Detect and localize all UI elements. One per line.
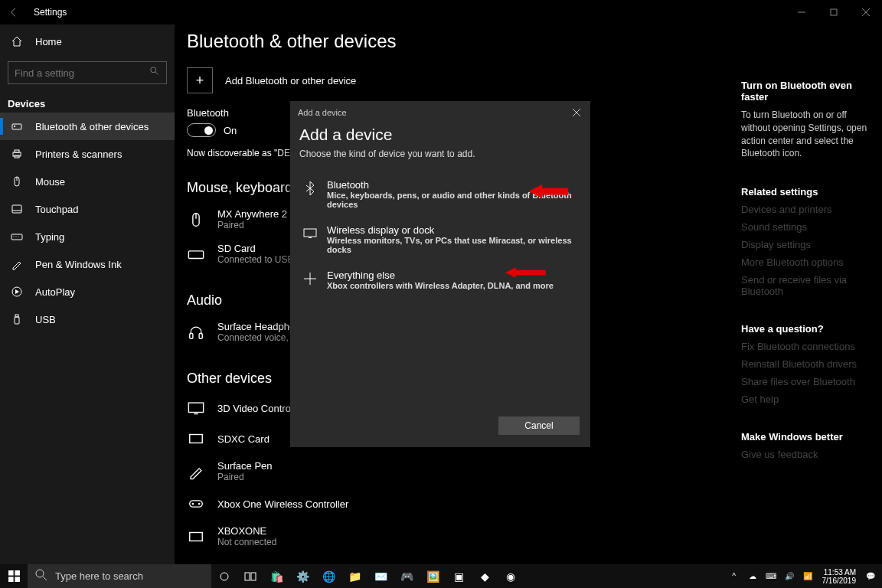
touchpad-icon (11, 203, 23, 215)
svg-marker-41 (505, 267, 546, 278)
taskbar-search[interactable]: Type here to search (28, 564, 211, 588)
svg-point-16 (14, 237, 15, 237)
search-input[interactable] (15, 67, 149, 79)
taskbar-search-placeholder: Type here to search (55, 570, 143, 582)
svg-rect-6 (12, 124, 21, 129)
headphones-icon (187, 323, 205, 341)
cortana-icon[interactable] (237, 564, 263, 588)
titlebar: Settings (0, 0, 882, 24)
annotation-arrow-1 (528, 182, 570, 201)
store-icon[interactable]: 🛍️ (263, 564, 289, 588)
sidebar-item-usb[interactable]: USB (0, 305, 175, 333)
tip-text: To turn Bluetooth on or off without open… (741, 109, 871, 160)
svg-rect-21 (15, 317, 19, 324)
mail-icon[interactable]: ✉️ (368, 564, 394, 588)
link-devices-printers[interactable]: Devices and printers (741, 204, 871, 215)
svg-point-48 (220, 573, 228, 580)
back-button[interactable] (0, 0, 28, 24)
device-generic-icon (187, 528, 205, 546)
tray-volume-icon[interactable]: 🔊 (782, 570, 796, 583)
taskbar-time: 11:53 AM (824, 568, 856, 577)
tray-chevron-icon[interactable]: ^ (727, 570, 741, 583)
sidebar-item-label: Bluetooth & other devices (35, 121, 149, 132)
usb-icon (11, 313, 23, 325)
sidebar-item-pen[interactable]: Pen & Windows Ink (0, 250, 175, 278)
tray-onedrive-icon[interactable]: ☁ (746, 570, 760, 583)
link-reinstall-drivers[interactable]: Reinstall Bluetooth drivers (741, 358, 871, 370)
app-icon-2[interactable]: ◉ (498, 564, 524, 588)
svg-point-32 (198, 503, 201, 505)
tray-input-icon[interactable]: ⌨ (764, 570, 778, 583)
sidebar-item-printers[interactable]: Printers & scanners (0, 140, 175, 168)
terminal-icon[interactable]: ▣ (446, 564, 472, 588)
sidebar-item-touchpad[interactable]: Touchpad (0, 195, 175, 223)
taskview-icon[interactable] (211, 564, 237, 588)
svg-point-31 (192, 503, 194, 505)
sidebar-group-header: Devices (0, 90, 175, 113)
photos-icon[interactable]: 🖼️ (420, 564, 446, 588)
device-xboxone[interactable]: XBOXONENot connected (187, 519, 649, 554)
edge-icon[interactable]: 🌐 (315, 564, 341, 588)
link-fix-bt[interactable]: Fix Bluetooth connections (741, 341, 871, 352)
sidebar-item-typing[interactable]: Typing (0, 223, 175, 250)
settings-taskbar-icon[interactable]: ⚙️ (289, 564, 315, 588)
close-button[interactable] (850, 1, 882, 24)
taskbar-clock[interactable]: 11:53 AM 7/16/2019 (819, 568, 860, 585)
svg-line-47 (43, 577, 47, 580)
svg-rect-42 (8, 570, 14, 576)
maximize-button[interactable] (818, 1, 850, 24)
bluetooth-toggle[interactable] (187, 123, 216, 137)
svg-rect-13 (12, 205, 21, 213)
svg-rect-15 (11, 234, 22, 240)
link-share-files[interactable]: Share files over Bluetooth (741, 376, 871, 387)
sidebar-item-label: USB (35, 314, 56, 325)
taskbar: Type here to search 🛍️ ⚙️ 🌐 📁 ✉️ 🎮 🖼️ ▣ … (0, 564, 882, 588)
start-button[interactable] (0, 564, 28, 588)
notifications-icon[interactable]: 💬 (864, 570, 877, 583)
svg-rect-44 (8, 577, 14, 582)
svg-rect-45 (15, 577, 20, 582)
add-device-label: Add Bluetooth or other device (225, 75, 356, 87)
sidebar-item-label: AutoPlay (35, 286, 75, 298)
sidebar-item-bluetooth[interactable]: Bluetooth & other devices (0, 113, 175, 140)
sidebar-home[interactable]: Home (0, 28, 175, 55)
dialog-option-wireless-display[interactable]: Wireless display or dock Wireless monito… (299, 217, 581, 262)
svg-rect-49 (245, 573, 250, 580)
sidebar-item-autoplay[interactable]: AutoPlay (0, 278, 175, 305)
link-send-receive[interactable]: Send or receive files via Bluetooth (741, 274, 871, 297)
sdxc-icon (187, 430, 205, 448)
link-more-bluetooth[interactable]: More Bluetooth options (741, 256, 871, 268)
app-icon-1[interactable]: ◆ (472, 564, 498, 588)
svg-rect-27 (188, 403, 203, 412)
svg-rect-37 (309, 237, 312, 238)
device-xbox-controller[interactable]: Xbox One Wireless Controller (187, 488, 649, 519)
sidebar-item-mouse[interactable]: Mouse (0, 168, 175, 195)
device-text: Surface PenPaired (217, 460, 273, 482)
plus-thin-icon (302, 271, 318, 286)
minimize-button[interactable] (786, 1, 818, 24)
link-feedback[interactable]: Give us feedback (741, 449, 871, 460)
cancel-button[interactable]: Cancel (498, 416, 580, 435)
keyboard-icon (11, 230, 23, 243)
xbox-icon[interactable]: 🎮 (394, 564, 420, 588)
device-surface-pen[interactable]: Surface PenPaired (187, 454, 649, 488)
link-display-settings[interactable]: Display settings (741, 239, 871, 250)
tray-wifi-icon[interactable]: 📶 (801, 570, 815, 583)
dialog-close-button[interactable] (569, 105, 584, 120)
dialog-option-title: Wireless display or dock (327, 224, 578, 236)
sdcard-icon (187, 245, 205, 263)
dialog-footer: Cancel (290, 409, 590, 447)
sidebar-item-label: Typing (35, 231, 64, 243)
device-name: Xbox One Wireless Controller (217, 498, 348, 510)
monitor-icon (187, 399, 205, 417)
svg-rect-28 (194, 413, 198, 414)
explorer-icon[interactable]: 📁 (341, 564, 368, 588)
sidebar: Home Devices Bluetooth & other devices P… (0, 24, 175, 564)
link-sound-settings[interactable]: Sound settings (741, 221, 871, 233)
link-get-help[interactable]: Get help (741, 394, 871, 405)
window-title: Settings (28, 7, 67, 18)
sidebar-item-label: Pen & Windows Ink (35, 259, 122, 270)
dialog-heading: Add a device (299, 126, 581, 144)
sidebar-search[interactable] (8, 61, 167, 84)
add-device-row[interactable]: + Add Bluetooth or other device (187, 63, 649, 98)
